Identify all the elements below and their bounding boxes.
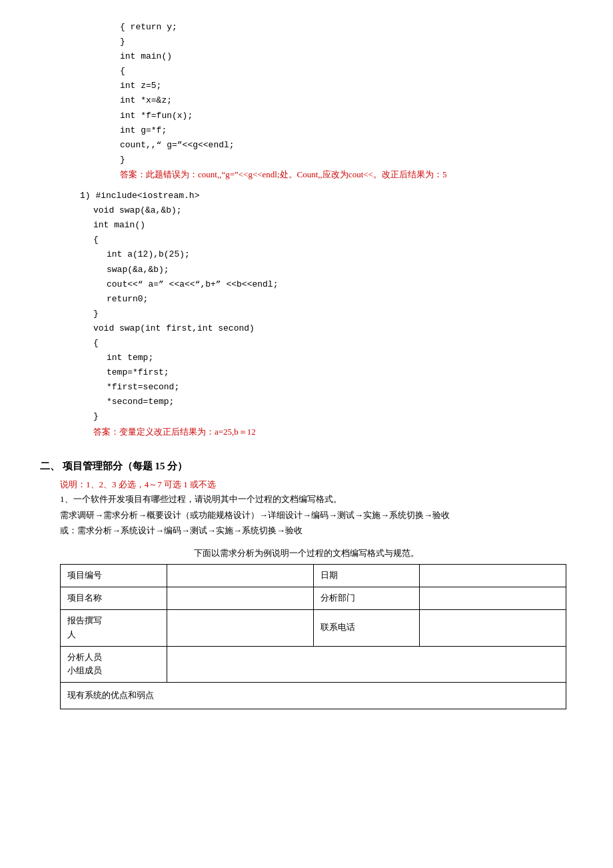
section-two-note: 说明：1、2、3 必选，4～7 可选 1 或不选 [60,478,573,492]
table-cell: 分析部门 [313,587,420,610]
code-block-1: { return y; } int main() { int z=5; int … [120,20,573,167]
q1-answer-line2: 或：需求分析→系统设计→编码→测试→实施→系统切换→验收 [60,523,573,538]
code-line: { [120,64,573,79]
table-cell: 现有系统的优点和弱点 [61,683,566,709]
code-line: int main() [120,49,573,64]
code-section-2-wrapper: 1) #include<iostream.h> void swap(&a,&b)… [40,189,573,439]
code-line: temp=*first; [107,365,573,380]
code-line: int z=5; [120,79,573,93]
table-row: 分析人员小组成员 [61,646,566,683]
code-line: { [93,233,573,247]
code-line: void swap(&a,&b); [93,203,573,218]
document-table: 项目编号 日期 项目名称 分析部门 报告撰写人 联系电话 分析人员小组成员 [60,564,566,709]
table-cell: 日期 [313,565,420,587]
code-line: } [93,307,573,321]
answer-1: 答案：此题错误为：count,,“g=”<<g<<endl;处。Count,,应… [120,167,573,182]
code-line: cout<<“ a=” <<a<<“,b+” <<b<<endl; [107,277,573,292]
table-cell: 项目编号 [61,565,167,587]
table-row: 现有系统的优点和弱点 [61,683,566,709]
table-row: 项目编号 日期 [61,565,566,587]
code-line: int *f=fun(x); [120,109,573,123]
table-cell [420,609,566,646]
code-line: int main() [93,218,573,233]
code-line: void swap(int first,int second) [93,321,573,336]
code-line: swap(&a,&b); [107,263,573,277]
table-cell [420,587,566,610]
code-line: int temp; [107,351,573,365]
q1-label: 1、一个软件开发项目有哪些过程，请说明其中一个过程的文档编写格式。 [60,491,573,507]
answer-2: 答案：变量定义改正后结果为：a=25,b＝12 [93,425,573,439]
code-line: { return y; [120,20,573,35]
code-line: *second=temp; [107,395,573,409]
table-cell: 报告撰写人 [61,609,167,646]
table-cell: 项目名称 [61,587,167,610]
q1-answer-line1: 需求调研→需求分析→概要设计（或功能规格设计）→详细设计→编码→测试→实施→系统… [60,507,573,523]
table-cell [167,587,313,610]
section-two-title: 二、 项目管理部分（每题 15 分） [40,458,573,474]
table-cell [420,565,566,587]
code-line: } [120,153,573,167]
table-row: 项目名称 分析部门 [61,587,566,610]
table-cell [167,609,313,646]
code-line: *first=second; [107,380,573,395]
code-line: } [120,35,573,49]
code-line: } [93,409,573,424]
code-line: count,,“ g=”<<g<<endl; [120,138,573,153]
table-cell [167,565,313,587]
code-line: int g=*f; [120,123,573,138]
table-row: 报告撰写人 联系电话 [61,609,566,646]
table-cell: 分析人员小组成员 [61,646,167,683]
code-line: { [93,336,573,351]
table-caption: 下面以需求分析为例说明一个过程的文档编写格式与规范。 [40,547,573,561]
code-line: int a(12),b(25); [107,247,573,262]
code-line: int *x=&z; [120,93,573,108]
section-two: 二、 项目管理部分（每题 15 分） 说明：1、2、3 必选，4～7 可选 1 … [40,458,573,710]
code-line: return0; [107,292,573,307]
table-cell: 联系电话 [313,609,420,646]
code-block-2: void swap(&a,&b); int main() { int a(12)… [93,203,573,424]
code-block-2-prefix: 1) #include<iostream.h> [80,189,573,203]
table-cell [167,646,566,683]
